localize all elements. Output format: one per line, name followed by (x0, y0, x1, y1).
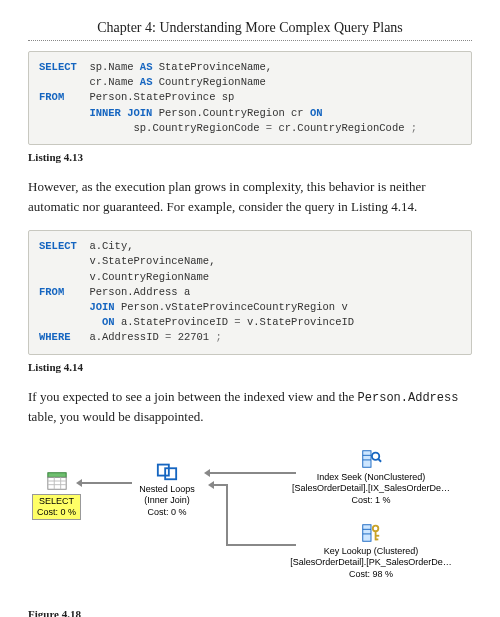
table-result-icon (46, 470, 68, 492)
kw-select: SELECT (39, 240, 77, 252)
code-text: sp.Name (77, 61, 140, 73)
plan-arrowhead (204, 469, 210, 477)
code-text: Person.CountryRegion cr (152, 107, 310, 119)
chapter-title: Chapter 4: Understanding More Complex Qu… (28, 20, 472, 36)
kw-on: ON (310, 107, 323, 119)
svg-rect-8 (363, 451, 371, 468)
plan-keylookup-label: Key Lookup (Clustered) (276, 546, 466, 557)
plan-nested-sub: (Inner Join) (122, 495, 212, 506)
code-text: v.StateProvinceID (241, 316, 354, 328)
paragraph-2a: If you expected to see a join between th… (28, 389, 358, 404)
svg-rect-1 (47, 477, 65, 489)
kw-as: AS (140, 76, 153, 88)
plan-keylookup-sub: [SalesOrderDetail].[PK_SalesOrderDe… (276, 557, 466, 568)
listing-label-414: Listing 4.14 (28, 361, 472, 373)
code-text: CountryRegionName (152, 76, 265, 88)
code-text: sp.CountryRegionCode (39, 122, 266, 134)
op-semi: ; (215, 331, 221, 343)
code-listing-413: SELECT sp.Name AS StateProvinceName, cr.… (28, 51, 472, 145)
code-text: Person.StateProvince sp (64, 91, 234, 103)
code-text: a.StateProvinceID (115, 316, 235, 328)
code-text: v.CountryRegionName (39, 271, 209, 283)
kw-from: FROM (39, 91, 64, 103)
figure-label-418: Figure 4.18 (28, 608, 472, 617)
plan-nested-label: Nested Loops (122, 484, 212, 495)
key-lookup-icon (360, 522, 382, 544)
svg-line-12 (378, 459, 381, 462)
kw-inner-join: INNER JOIN (39, 107, 152, 119)
paragraph-2b: table, you would be disappointed. (28, 409, 203, 424)
kw-join: JOIN (39, 301, 115, 313)
plan-indexseek-label: Index Seek (NonClustered) (276, 472, 466, 483)
plan-arrowhead (208, 481, 214, 489)
code-text: cr.CountryRegionCode (272, 122, 411, 134)
svg-point-11 (372, 453, 379, 460)
query-plan-diagram: SELECT Cost: 0 % Nested Loops (Inner Joi… (28, 440, 468, 600)
code-text: a.AddressID (71, 331, 166, 343)
kw-select: SELECT (39, 61, 77, 73)
plan-select-node: SELECT Cost: 0 % (32, 470, 81, 520)
svg-rect-6 (158, 465, 169, 476)
plan-nested-loops-node: Nested Loops (Inner Join) Cost: 0 % (122, 460, 212, 518)
plan-nested-cost: Cost: 0 % (122, 507, 212, 518)
plan-arrow (226, 484, 228, 546)
index-seek-icon (360, 448, 382, 470)
inline-code-person-address: Person.Address (358, 391, 459, 405)
plan-keylookup-cost: Cost: 98 % (276, 569, 466, 580)
svg-point-16 (373, 526, 379, 532)
plan-indexseek-sub: [SalesOrderDetail].[IX_SalesOrderDe… (276, 483, 466, 494)
code-text: cr.Name (39, 76, 140, 88)
plan-indexseek-cost: Cost: 1 % (276, 495, 466, 506)
kw-from: FROM (39, 286, 64, 298)
code-text: Person.vStateProvinceCountryRegion v (115, 301, 348, 313)
nested-loops-icon (156, 460, 178, 482)
code-text: StateProvinceName, (152, 61, 272, 73)
plan-arrowhead (76, 479, 82, 487)
code-text: Person.Address a (64, 286, 190, 298)
kw-where: WHERE (39, 331, 71, 343)
plan-select-label: SELECT (37, 496, 76, 507)
svg-rect-13 (363, 525, 371, 542)
plan-key-lookup-node: Key Lookup (Clustered) [SalesOrderDetail… (276, 522, 466, 580)
kw-on: ON (39, 316, 115, 328)
code-text: v.StateProvinceName, (39, 255, 215, 267)
plan-index-seek-node: Index Seek (NonClustered) [SalesOrderDet… (276, 448, 466, 506)
svg-rect-7 (165, 468, 176, 479)
code-text: a.City, (77, 240, 134, 252)
code-listing-414: SELECT a.City, v.StateProvinceName, v.Co… (28, 230, 472, 355)
paragraph-1: However, as the execution plan grows in … (28, 177, 472, 216)
kw-as: AS (140, 61, 153, 73)
title-rule (28, 40, 472, 41)
op-semi: ; (411, 122, 417, 134)
paragraph-2: If you expected to see a join between th… (28, 387, 472, 427)
code-text: 22701 (171, 331, 215, 343)
listing-label-413: Listing 4.13 (28, 151, 472, 163)
svg-rect-0 (47, 473, 65, 478)
plan-select-badge: SELECT Cost: 0 % (32, 494, 81, 520)
plan-select-cost: Cost: 0 % (37, 507, 76, 518)
